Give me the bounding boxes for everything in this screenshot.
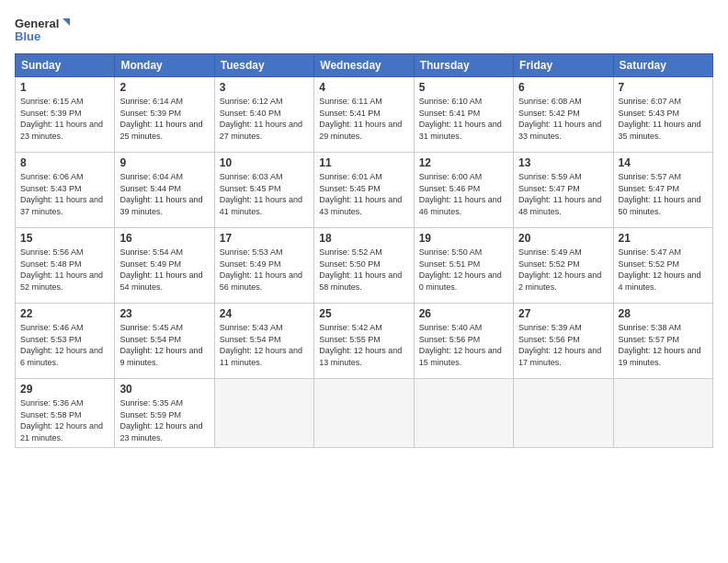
calendar-day-cell: 12Sunrise: 6:00 AMSunset: 5:46 PMDayligh…	[414, 153, 513, 228]
day-info: Sunrise: 6:11 AMSunset: 5:41 PMDaylight:…	[319, 96, 408, 142]
svg-text:Blue: Blue	[15, 29, 40, 43]
calendar-day-cell: 23Sunrise: 5:45 AMSunset: 5:54 PMDayligh…	[115, 304, 214, 379]
calendar-day-cell: 25Sunrise: 5:42 AMSunset: 5:55 PMDayligh…	[314, 304, 414, 379]
svg-marker-2	[63, 18, 70, 26]
calendar-day-cell: 3Sunrise: 6:12 AMSunset: 5:40 PMDaylight…	[214, 77, 313, 153]
weekday-header-friday: Friday	[514, 54, 613, 77]
calendar-day-cell: 19Sunrise: 5:50 AMSunset: 5:51 PMDayligh…	[414, 228, 513, 304]
day-info: Sunrise: 6:08 AMSunset: 5:42 PMDaylight:…	[518, 96, 608, 142]
calendar-week-row: 15Sunrise: 5:56 AMSunset: 5:48 PMDayligh…	[16, 228, 713, 304]
day-info: Sunrise: 5:40 AMSunset: 5:56 PMDaylight:…	[419, 322, 508, 368]
day-number: 28	[619, 307, 708, 320]
logo-svg: General Blue	[15, 15, 70, 46]
day-info: Sunrise: 5:47 AMSunset: 5:52 PMDaylight:…	[619, 247, 708, 293]
day-info: Sunrise: 5:42 AMSunset: 5:55 PMDaylight:…	[319, 322, 408, 368]
day-number: 17	[220, 232, 309, 245]
calendar-day-cell	[214, 379, 313, 448]
day-info: Sunrise: 5:59 AMSunset: 5:47 PMDaylight:…	[518, 171, 608, 217]
calendar-day-cell: 8Sunrise: 6:06 AMSunset: 5:43 PMDaylight…	[16, 153, 115, 228]
day-number: 29	[20, 383, 109, 396]
logo: General Blue	[15, 15, 70, 46]
calendar-day-cell: 6Sunrise: 6:08 AMSunset: 5:42 PMDaylight…	[514, 77, 613, 153]
calendar-day-cell: 15Sunrise: 5:56 AMSunset: 5:48 PMDayligh…	[16, 228, 115, 304]
day-info: Sunrise: 5:39 AMSunset: 5:56 PMDaylight:…	[518, 322, 608, 368]
day-number: 25	[319, 307, 408, 320]
calendar-day-cell: 21Sunrise: 5:47 AMSunset: 5:52 PMDayligh…	[613, 228, 712, 304]
day-number: 2	[119, 81, 209, 94]
svg-text:General: General	[15, 17, 59, 30]
calendar-day-cell: 16Sunrise: 5:54 AMSunset: 5:49 PMDayligh…	[115, 228, 214, 304]
day-info: Sunrise: 6:00 AMSunset: 5:46 PMDaylight:…	[419, 171, 508, 217]
calendar-week-row: 29Sunrise: 5:36 AMSunset: 5:58 PMDayligh…	[16, 379, 713, 448]
calendar-day-cell: 14Sunrise: 5:57 AMSunset: 5:47 PMDayligh…	[613, 153, 712, 228]
day-number: 11	[319, 156, 408, 169]
calendar-week-row: 8Sunrise: 6:06 AMSunset: 5:43 PMDaylight…	[16, 153, 713, 228]
day-info: Sunrise: 6:04 AMSunset: 5:44 PMDaylight:…	[119, 171, 209, 217]
weekday-header-thursday: Thursday	[414, 54, 513, 77]
day-number: 10	[220, 156, 309, 169]
calendar-week-row: 22Sunrise: 5:46 AMSunset: 5:53 PMDayligh…	[16, 304, 713, 379]
day-number: 20	[518, 232, 608, 245]
calendar-day-cell	[613, 379, 712, 448]
calendar-day-cell: 29Sunrise: 5:36 AMSunset: 5:58 PMDayligh…	[16, 379, 115, 448]
day-info: Sunrise: 5:57 AMSunset: 5:47 PMDaylight:…	[619, 171, 708, 217]
day-info: Sunrise: 6:10 AMSunset: 5:41 PMDaylight:…	[419, 96, 508, 142]
weekday-header-row: SundayMondayTuesdayWednesdayThursdayFrid…	[16, 54, 713, 77]
day-info: Sunrise: 5:43 AMSunset: 5:54 PMDaylight:…	[220, 322, 309, 368]
day-number: 1	[20, 81, 109, 94]
day-number: 22	[20, 307, 109, 320]
calendar-day-cell: 11Sunrise: 6:01 AMSunset: 5:45 PMDayligh…	[314, 153, 414, 228]
day-info: Sunrise: 5:35 AMSunset: 5:59 PMDaylight:…	[119, 397, 209, 443]
calendar-day-cell: 20Sunrise: 5:49 AMSunset: 5:52 PMDayligh…	[514, 228, 613, 304]
day-info: Sunrise: 5:45 AMSunset: 5:54 PMDaylight:…	[119, 322, 209, 368]
day-number: 7	[619, 81, 708, 94]
weekday-header-wednesday: Wednesday	[314, 54, 414, 77]
calendar-day-cell: 24Sunrise: 5:43 AMSunset: 5:54 PMDayligh…	[214, 304, 313, 379]
calendar-day-cell: 5Sunrise: 6:10 AMSunset: 5:41 PMDaylight…	[414, 77, 513, 153]
weekday-header-tuesday: Tuesday	[214, 54, 313, 77]
day-number: 14	[619, 156, 708, 169]
calendar-day-cell: 30Sunrise: 5:35 AMSunset: 5:59 PMDayligh…	[115, 379, 214, 448]
day-info: Sunrise: 6:06 AMSunset: 5:43 PMDaylight:…	[20, 171, 109, 217]
day-info: Sunrise: 6:03 AMSunset: 5:45 PMDaylight:…	[220, 171, 309, 217]
day-info: Sunrise: 5:38 AMSunset: 5:57 PMDaylight:…	[619, 322, 708, 368]
day-number: 6	[518, 81, 608, 94]
day-info: Sunrise: 5:49 AMSunset: 5:52 PMDaylight:…	[518, 247, 608, 293]
day-number: 18	[319, 232, 408, 245]
day-number: 30	[119, 383, 209, 396]
calendar-day-cell: 18Sunrise: 5:52 AMSunset: 5:50 PMDayligh…	[314, 228, 414, 304]
calendar-day-cell	[414, 379, 513, 448]
calendar-day-cell: 26Sunrise: 5:40 AMSunset: 5:56 PMDayligh…	[414, 304, 513, 379]
day-number: 16	[119, 232, 209, 245]
day-number: 9	[119, 156, 209, 169]
calendar-day-cell: 22Sunrise: 5:46 AMSunset: 5:53 PMDayligh…	[16, 304, 115, 379]
calendar-day-cell: 17Sunrise: 5:53 AMSunset: 5:49 PMDayligh…	[214, 228, 313, 304]
day-info: Sunrise: 6:15 AMSunset: 5:39 PMDaylight:…	[20, 96, 109, 142]
calendar-day-cell: 27Sunrise: 5:39 AMSunset: 5:56 PMDayligh…	[514, 304, 613, 379]
day-info: Sunrise: 6:01 AMSunset: 5:45 PMDaylight:…	[319, 171, 408, 217]
day-info: Sunrise: 5:56 AMSunset: 5:48 PMDaylight:…	[20, 247, 109, 293]
calendar-day-cell	[514, 379, 613, 448]
day-number: 24	[220, 307, 309, 320]
calendar-table: SundayMondayTuesdayWednesdayThursdayFrid…	[15, 53, 713, 448]
calendar-day-cell: 4Sunrise: 6:11 AMSunset: 5:41 PMDaylight…	[314, 77, 414, 153]
day-number: 8	[20, 156, 109, 169]
day-number: 5	[419, 81, 508, 94]
calendar-day-cell	[314, 379, 414, 448]
calendar-week-row: 1Sunrise: 6:15 AMSunset: 5:39 PMDaylight…	[16, 77, 713, 153]
calendar-day-cell: 2Sunrise: 6:14 AMSunset: 5:39 PMDaylight…	[115, 77, 214, 153]
day-number: 12	[419, 156, 508, 169]
day-number: 23	[119, 307, 209, 320]
day-info: Sunrise: 5:53 AMSunset: 5:49 PMDaylight:…	[220, 247, 309, 293]
day-info: Sunrise: 5:36 AMSunset: 5:58 PMDaylight:…	[20, 397, 109, 443]
day-info: Sunrise: 5:46 AMSunset: 5:53 PMDaylight:…	[20, 322, 109, 368]
day-number: 4	[319, 81, 408, 94]
weekday-header-monday: Monday	[115, 54, 214, 77]
calendar-day-cell: 9Sunrise: 6:04 AMSunset: 5:44 PMDaylight…	[115, 153, 214, 228]
day-info: Sunrise: 5:50 AMSunset: 5:51 PMDaylight:…	[419, 247, 508, 293]
day-number: 19	[419, 232, 508, 245]
calendar-day-cell: 7Sunrise: 6:07 AMSunset: 5:43 PMDaylight…	[613, 77, 712, 153]
day-number: 15	[20, 232, 109, 245]
calendar-day-cell: 10Sunrise: 6:03 AMSunset: 5:45 PMDayligh…	[214, 153, 313, 228]
day-number: 3	[220, 81, 309, 94]
